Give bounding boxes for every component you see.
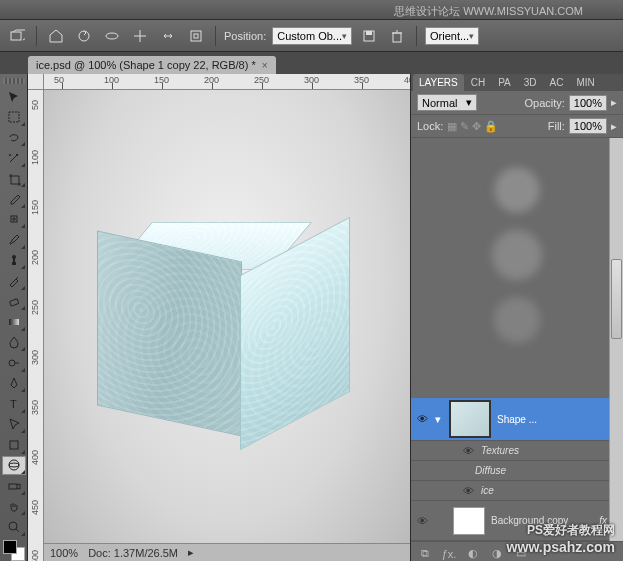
- layer-diffuse[interactable]: Diffuse: [411, 461, 623, 481]
- hand-tool[interactable]: [2, 497, 26, 516]
- fx-badge[interactable]: fx: [599, 515, 607, 526]
- tab-3d[interactable]: 3D: [518, 74, 543, 91]
- layer-textures[interactable]: 👁 Textures: [411, 441, 623, 461]
- stamp-tool[interactable]: [2, 251, 26, 270]
- shape-tool[interactable]: [2, 435, 26, 454]
- svg-rect-8: [9, 112, 19, 122]
- tab-layers[interactable]: LAYERS: [413, 74, 464, 91]
- link-layers-icon[interactable]: ⧉: [417, 546, 433, 562]
- type-tool[interactable]: T: [2, 394, 26, 413]
- 3d-tool-preset-icon[interactable]: [6, 25, 28, 47]
- ice-cube-3d[interactable]: [92, 196, 332, 436]
- document-area: 50100150200250300350400450500550 5010015…: [28, 74, 410, 561]
- tab-actions[interactable]: AC: [544, 74, 570, 91]
- layer-style-icon[interactable]: ƒx.: [441, 546, 457, 562]
- layer-mask-icon[interactable]: ◐: [465, 546, 481, 562]
- marquee-tool[interactable]: [2, 107, 26, 126]
- orientation-select[interactable]: Orient...▾: [425, 27, 479, 45]
- visibility-icon[interactable]: 👁: [415, 515, 429, 527]
- layer-background-copy[interactable]: 👁 Background copy fx ▸: [411, 501, 623, 541]
- zoom-level[interactable]: 100%: [50, 547, 78, 559]
- layer-name[interactable]: Background copy: [491, 515, 593, 526]
- svg-rect-17: [10, 441, 18, 449]
- visibility-icon[interactable]: 👁: [461, 445, 475, 457]
- layer-name[interactable]: ice: [481, 485, 619, 496]
- adjustment-layer-icon[interactable]: ◑: [489, 546, 505, 562]
- save-preset-icon[interactable]: [358, 25, 380, 47]
- document-tab-bar: ice.psd @ 100% (Shape 1 copy 22, RGB/8) …: [0, 52, 623, 74]
- layer-shape[interactable]: 👁 ▾ Shape ...: [411, 398, 623, 441]
- 3d-scale-icon[interactable]: [185, 25, 207, 47]
- layer-group-icon[interactable]: ▭: [513, 546, 529, 562]
- lasso-tool[interactable]: [2, 128, 26, 147]
- svg-point-21: [9, 522, 17, 530]
- doc-info[interactable]: Doc: 1.37M/26.5M: [88, 547, 178, 559]
- fill-input[interactable]: 100%: [569, 118, 607, 134]
- panel-tabs: LAYERS CH PA 3D AC MIN: [411, 74, 623, 91]
- ruler-vertical[interactable]: 50100150200250300350400450500: [28, 90, 44, 561]
- eraser-tool[interactable]: [2, 292, 26, 311]
- 3d-pan-icon[interactable]: [129, 25, 151, 47]
- visibility-icon[interactable]: 👁: [415, 413, 429, 425]
- panel-grip[interactable]: [3, 78, 25, 84]
- position-select[interactable]: Custom Ob...▾: [272, 27, 352, 45]
- visibility-icon[interactable]: 👁: [461, 485, 475, 497]
- dodge-tool[interactable]: [2, 353, 26, 372]
- fill-arrow-icon[interactable]: ▸: [611, 120, 617, 133]
- tab-channels[interactable]: CH: [465, 74, 491, 91]
- gradient-tool[interactable]: [2, 312, 26, 331]
- wand-tool[interactable]: [2, 148, 26, 167]
- scrollbar-thumb[interactable]: [611, 259, 622, 339]
- panels-dock: LAYERS CH PA 3D AC MIN Normal▾ Opacity: …: [410, 74, 623, 561]
- document-tab[interactable]: ice.psd @ 100% (Shape 1 copy 22, RGB/8) …: [28, 56, 276, 74]
- 3d-roll-icon[interactable]: [101, 25, 123, 47]
- opacity-arrow-icon[interactable]: ▸: [611, 96, 617, 109]
- heal-tool[interactable]: [2, 210, 26, 229]
- history-brush-tool[interactable]: [2, 271, 26, 290]
- opacity-input[interactable]: 100%: [569, 95, 607, 111]
- delete-preset-icon[interactable]: [386, 25, 408, 47]
- layer-name[interactable]: Textures: [481, 445, 619, 456]
- svg-rect-0: [11, 32, 21, 40]
- status-arrow-icon[interactable]: ▸: [188, 546, 194, 559]
- lock-all-icon[interactable]: 🔒: [484, 120, 498, 133]
- svg-rect-7: [393, 33, 401, 42]
- menu-bar[interactable]: [0, 0, 623, 20]
- eyedropper-tool[interactable]: [2, 189, 26, 208]
- 3d-home-icon[interactable]: [45, 25, 67, 47]
- 3d-slide-icon[interactable]: [157, 25, 179, 47]
- lock-position-icon[interactable]: ✥: [472, 120, 481, 133]
- ruler-horizontal[interactable]: 50100150200250300350400450500550: [44, 74, 410, 90]
- lock-transparency-icon[interactable]: ▦: [447, 120, 457, 133]
- svg-point-19: [9, 463, 19, 467]
- pen-tool[interactable]: [2, 374, 26, 393]
- 3d-object-tool[interactable]: [2, 456, 26, 475]
- layers-scrollbar[interactable]: [609, 138, 623, 541]
- fg-color[interactable]: [3, 540, 17, 554]
- layer-thumbnail[interactable]: [449, 400, 491, 438]
- svg-text:T: T: [10, 398, 17, 410]
- toggle-arrow-icon[interactable]: ▾: [435, 413, 443, 426]
- crop-tool[interactable]: [2, 169, 26, 188]
- zoom-tool[interactable]: [2, 517, 26, 536]
- tab-paths[interactable]: PA: [492, 74, 517, 91]
- close-tab-icon[interactable]: ×: [262, 60, 268, 71]
- blend-mode-select[interactable]: Normal▾: [417, 94, 477, 111]
- path-select-tool[interactable]: [2, 415, 26, 434]
- brush-tool[interactable]: [2, 230, 26, 249]
- 3d-camera-tool[interactable]: [2, 476, 26, 495]
- layer-name[interactable]: Shape ...: [497, 414, 619, 425]
- canvas[interactable]: [44, 90, 410, 561]
- blur-tool[interactable]: [2, 333, 26, 352]
- layer-list[interactable]: 👁 ▾ Shape ... 👁 Textures Diffuse 👁 ice: [411, 138, 623, 541]
- fill-label: Fill:: [548, 120, 565, 132]
- tab-mini[interactable]: MIN: [571, 74, 601, 91]
- 3d-rotate-icon[interactable]: [73, 25, 95, 47]
- ruler-origin[interactable]: [28, 74, 44, 90]
- color-swatch[interactable]: [3, 540, 25, 561]
- layer-ice[interactable]: 👁 ice: [411, 481, 623, 501]
- lock-pixels-icon[interactable]: ✎: [460, 120, 469, 133]
- move-tool[interactable]: [2, 87, 26, 106]
- layer-thumbnail[interactable]: [453, 507, 485, 535]
- layer-name[interactable]: Diffuse: [461, 465, 619, 476]
